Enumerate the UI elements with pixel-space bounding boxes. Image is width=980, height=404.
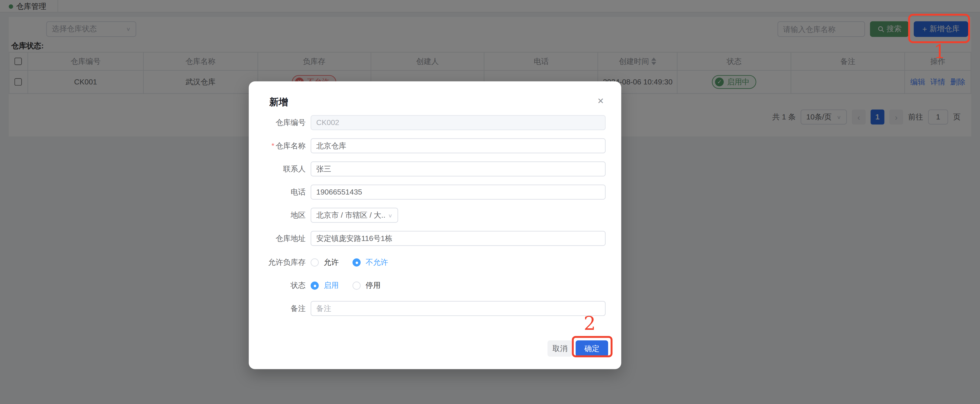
close-icon[interactable]: ✕ [595,96,606,106]
radio-disable[interactable]: 停用 [353,278,381,293]
form-row-contact: 联系人 [249,161,621,176]
status-label: 状态 [249,278,306,293]
radio-circle-icon [310,258,319,266]
form-row-name: *仓库名称 [249,138,621,153]
address-label: 仓库地址 [249,231,306,246]
modal-title: 新增 [269,96,288,108]
name-label: *仓库名称 [249,138,306,153]
form-row-negative-stock: 允许负库存 允许 不允许 [249,255,621,270]
region-value: 北京市 / 市辖区 / 大... [316,210,385,221]
form-row-remark: 备注 [249,301,621,316]
radio-circle-icon-selected [353,258,361,266]
contact-field[interactable] [310,161,606,176]
name-field[interactable] [310,138,606,153]
form-row-code: 仓库编号 [249,115,621,130]
cancel-button[interactable]: 取消 [547,340,573,357]
radio-deny-label: 不允许 [366,257,388,268]
radio-enable[interactable]: 启用 [310,278,339,293]
region-select[interactable]: 北京市 / 市辖区 / 大... ∨ [310,208,398,223]
confirm-button[interactable]: 确定 [576,340,608,357]
phone-field[interactable] [310,185,606,200]
form-row-address: 仓库地址 [249,231,621,246]
add-warehouse-modal: 新增 ✕ 仓库编号 *仓库名称 联系人 电话 地区 北京市 / 市辖区 / 大.… [249,81,621,369]
form-row-status: 状态 启用 停用 [249,278,621,293]
form-row-phone: 电话 [249,185,621,200]
radio-circle-icon [353,281,361,289]
app-stage: 仓库管理 仓库状态: 选择仓库状态 ∨ 搜索 + 新增仓库 仓库编号 仓库名称 [0,0,980,404]
radio-allow[interactable]: 允许 [310,255,339,270]
region-label: 地区 [249,208,306,223]
chevron-down-icon: ∨ [388,212,393,218]
remark-field[interactable] [310,301,606,316]
remark-label: 备注 [249,301,306,316]
negative-stock-label: 允许负库存 [249,255,306,270]
form-row-region: 地区 北京市 / 市辖区 / 大... ∨ [249,208,621,223]
address-field[interactable] [310,231,606,246]
code-field[interactable] [310,115,606,130]
contact-label: 联系人 [249,161,306,176]
radio-allow-label: 允许 [324,257,339,268]
radio-circle-icon-selected [310,281,319,289]
radio-deny[interactable]: 不允许 [353,255,388,270]
code-label: 仓库编号 [249,115,306,130]
phone-label: 电话 [249,185,306,200]
radio-disable-label: 停用 [366,280,380,291]
required-asterisk: * [272,141,274,150]
radio-enable-label: 启用 [324,280,339,291]
